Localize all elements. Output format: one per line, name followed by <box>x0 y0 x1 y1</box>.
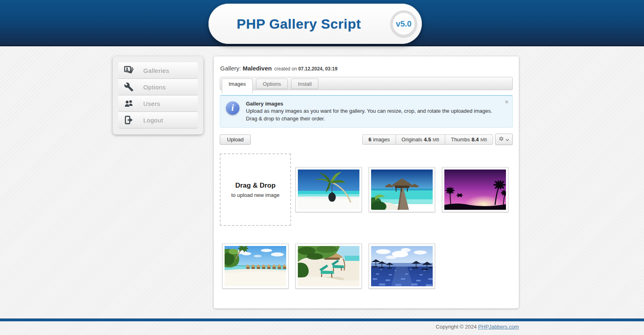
info-body: Upload as many images as you want for th… <box>246 108 492 121</box>
close-icon[interactable]: × <box>505 98 508 106</box>
sidebar: Galleries Options <box>113 56 203 134</box>
dropzone-title: Drag & Drop <box>235 182 275 190</box>
stat-originals-size: Originals4.5MB <box>396 135 445 144</box>
galleries-icon <box>123 65 134 76</box>
gallery-thumbnail[interactable] <box>442 167 508 212</box>
gallery-thumbnail[interactable] <box>295 244 362 289</box>
sidebar-item-label: Options <box>143 84 166 91</box>
grid-cell <box>293 230 364 302</box>
users-icon <box>123 98 134 109</box>
gallery-created-date: 07.12.2024, 03:19 <box>298 66 337 72</box>
gallery-panel: Gallery:Maledivencreated on07.12.2024, 0… <box>214 56 519 308</box>
tab-bar: Images Options Install <box>220 77 513 90</box>
gallery-thumbnail[interactable] <box>369 167 435 212</box>
stat-images-count: 6images <box>363 135 395 144</box>
sidebar-item-label: Logout <box>143 117 163 124</box>
info-box: i Gallery images Upload as many images a… <box>220 95 513 128</box>
copyright-text: Copyright © 2024 <box>436 324 477 330</box>
sidebar-item-logout[interactable]: Logout <box>118 112 198 128</box>
settings-dropdown-button[interactable] <box>495 134 513 145</box>
footer-accent-bar <box>0 318 644 321</box>
grid-cell-empty <box>440 230 511 302</box>
tab-images[interactable]: Images <box>222 79 253 93</box>
tab-install[interactable]: Install <box>291 79 318 89</box>
toolbar-right: 6images Originals4.5MB Thumbs8.4MB <box>362 134 513 145</box>
phpjabbers-link[interactable]: PHPJabbers.com <box>478 324 519 330</box>
page: PHP Gallery Script v5.0 Galleries <box>0 0 644 335</box>
gear-icon <box>499 136 504 143</box>
version-badge: v5.0 <box>390 10 417 37</box>
sidebar-item-users[interactable]: Users <box>118 95 198 112</box>
app-title: PHP Gallery Script <box>237 16 361 32</box>
content-shell: Galleries Options <box>113 56 519 308</box>
info-title: Gallery images <box>246 100 500 108</box>
grid-cell: Drag & Drop to upload new image <box>220 153 291 226</box>
image-grid: Drag & Drop to upload new image <box>220 153 513 302</box>
tab-options[interactable]: Options <box>256 79 288 89</box>
toolbar: Upload 6images Originals4.5MB Thumbs8.4M… <box>220 134 513 145</box>
grid-cell <box>293 153 364 226</box>
gallery-thumbnail[interactable] <box>295 167 362 212</box>
sidebar-item-options[interactable]: Options <box>118 79 198 95</box>
chevron-down-icon <box>506 136 509 143</box>
gallery-thumbnail[interactable] <box>369 244 435 289</box>
sidebar-item-label: Galleries <box>143 67 169 74</box>
wrench-icon <box>123 82 134 92</box>
footer-text-row: Copyright © 2024 PHPJabbers.com <box>0 321 644 335</box>
footer: Copyright © 2024 PHPJabbers.com <box>0 318 644 335</box>
gallery-created-prefix: created on <box>274 66 297 72</box>
dropzone-subtitle: to upload new image <box>231 192 280 198</box>
sidebar-item-galleries[interactable]: Galleries <box>118 62 198 79</box>
app-logo: PHP Gallery Script v5.0 <box>208 4 422 44</box>
logout-icon <box>123 115 134 125</box>
gallery-stats: 6images Originals4.5MB Thumbs8.4MB <box>362 134 493 145</box>
gallery-thumbnail[interactable] <box>222 244 289 289</box>
gallery-name: Malediven <box>243 65 272 72</box>
grid-cell <box>366 230 438 302</box>
grid-cell <box>220 230 291 302</box>
gallery-title: Gallery:Maledivencreated on07.12.2024, 0… <box>220 65 513 72</box>
app-header: PHP Gallery Script v5.0 <box>0 0 644 46</box>
sidebar-item-label: Users <box>143 100 160 107</box>
gallery-label: Gallery: <box>220 65 241 72</box>
drag-drop-upload-zone[interactable]: Drag & Drop to upload new image <box>220 153 291 226</box>
info-icon: i <box>226 101 239 115</box>
upload-button[interactable]: Upload <box>220 134 251 145</box>
stat-thumbs-size: Thumbs8.4MB <box>445 135 493 144</box>
grid-cell <box>366 153 438 226</box>
grid-cell <box>440 153 511 226</box>
